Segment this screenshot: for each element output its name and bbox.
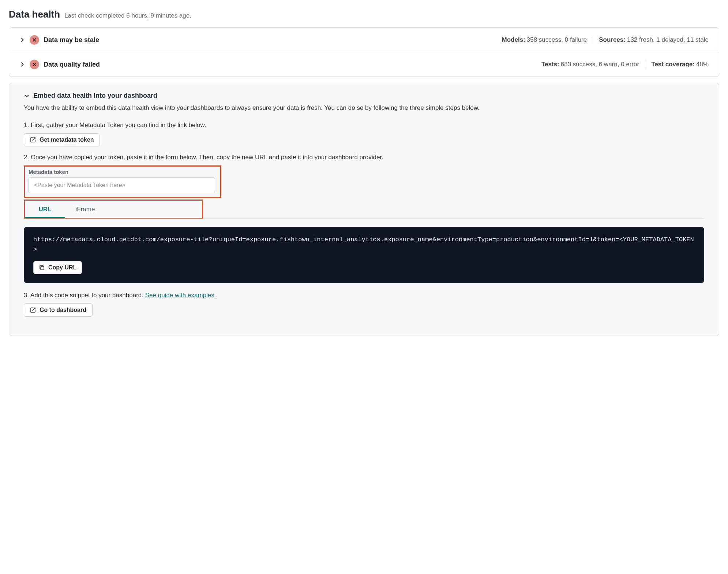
button-label: Get metadata token <box>40 137 94 143</box>
code-block: https://metadata.cloud.getdbt.com/exposu… <box>24 227 704 283</box>
embed-header[interactable]: Embed data health into your dashboard <box>24 92 704 100</box>
status-row-left: Data quality failed <box>19 60 541 69</box>
stat-value: 48% <box>696 61 709 68</box>
chevron-right-icon <box>19 61 25 67</box>
stat-label: Models: <box>502 36 525 43</box>
stat-value: 132 fresh, 1 delayed, 11 stale <box>627 36 709 43</box>
copy-url-button[interactable]: Copy URL <box>33 261 82 274</box>
svg-rect-0 <box>41 266 44 270</box>
embed-description: You have the ability to embed this data … <box>24 103 704 113</box>
copy-icon <box>39 265 45 271</box>
token-field-label: Metadata token <box>29 169 217 175</box>
tabs-highlight-box: URL iFrame <box>24 200 203 219</box>
status-row-quality[interactable]: Data quality failed Tests:683 success, 6… <box>9 52 719 77</box>
step-3: 3. Add this code snippet to your dashboa… <box>24 292 704 317</box>
status-card: Data may be stale Models:358 success, 0 … <box>9 27 719 77</box>
step3-prefix: 3. Add this code snippet to your dashboa… <box>24 292 145 299</box>
page-header: Data health Last check completed 5 hours… <box>9 9 719 20</box>
external-link-icon <box>30 307 36 313</box>
status-row-title: Data quality failed <box>44 61 100 68</box>
code-text: https://metadata.cloud.getdbt.com/exposu… <box>33 235 695 254</box>
stat-label: Sources: <box>599 36 626 43</box>
step-text: 1. First, gather your Metadata Token you… <box>24 122 704 129</box>
tab-url[interactable]: URL <box>25 201 65 218</box>
tab-iframe[interactable]: iFrame <box>65 201 105 218</box>
status-row-stats: Tests:683 success, 6 warn, 0 error Test … <box>541 60 709 68</box>
step-text: 2. Once you have copied your token, past… <box>24 154 704 161</box>
step3-suffix: . <box>214 292 216 299</box>
page-title: Data health <box>9 9 60 20</box>
chevron-down-icon <box>24 93 30 99</box>
get-metadata-token-button[interactable]: Get metadata token <box>24 133 100 146</box>
stat-value: 683 success, 6 warn, 0 error <box>561 61 639 68</box>
status-row-title: Data may be stale <box>44 36 99 44</box>
embed-card: Embed data health into your dashboard Yo… <box>9 83 719 336</box>
chevron-right-icon <box>19 37 25 43</box>
embed-title: Embed data health into your dashboard <box>33 92 157 100</box>
status-row-stale[interactable]: Data may be stale Models:358 success, 0 … <box>9 28 719 52</box>
status-row-left: Data may be stale <box>19 35 502 45</box>
metadata-token-input[interactable] <box>29 177 215 193</box>
step-1: 1. First, gather your Metadata Token you… <box>24 122 704 146</box>
stat-value: 358 success, 0 failure <box>527 36 587 43</box>
button-label: Go to dashboard <box>40 307 86 313</box>
token-highlight-box: Metadata token <box>24 165 221 198</box>
go-to-dashboard-button[interactable]: Go to dashboard <box>24 303 93 317</box>
stat-label: Test coverage: <box>651 61 695 68</box>
see-guide-link[interactable]: See guide with examples <box>145 292 214 299</box>
error-icon <box>30 35 39 45</box>
stat-separator <box>593 36 593 44</box>
page-subtitle: Last check completed 5 hours, 9 minutes … <box>64 12 191 19</box>
step-text: 3. Add this code snippet to your dashboa… <box>24 292 704 299</box>
stat-separator <box>645 60 645 68</box>
step-2: 2. Once you have copied your token, past… <box>24 154 704 283</box>
error-icon <box>30 60 39 69</box>
external-link-icon <box>30 137 36 143</box>
embed-tabs: URL iFrame <box>25 201 202 218</box>
button-label: Copy URL <box>48 264 76 271</box>
stat-label: Tests: <box>541 61 559 68</box>
tabs-underline <box>24 219 704 219</box>
status-row-stats: Models:358 success, 0 failure Sources:13… <box>502 36 709 44</box>
